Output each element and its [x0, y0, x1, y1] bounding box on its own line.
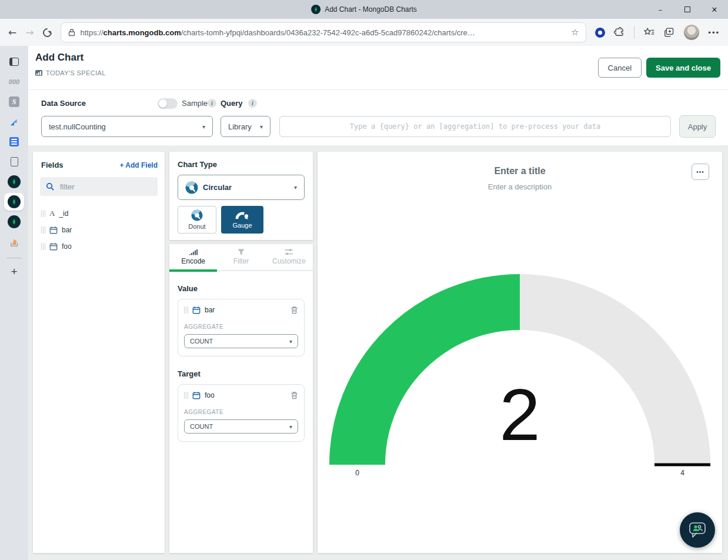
- sample-label: Sample: [182, 99, 208, 108]
- tab-arrows-site[interactable]: [0, 112, 28, 132]
- field-filter-input[interactable]: [59, 182, 152, 192]
- close-button[interactable]: ✕: [701, 0, 728, 19]
- target-aggregate-select[interactable]: COUNT ▾: [184, 419, 298, 434]
- date-type-icon: [49, 242, 58, 251]
- library-value: Library: [228, 122, 252, 131]
- fields-title: Fields: [41, 161, 64, 169]
- chart-description-placeholder[interactable]: Enter a description: [318, 182, 722, 191]
- browser-window: Add Chart - MongoDB Charts – ✕ ← → https…: [0, 0, 728, 560]
- field-row-id[interactable]: A _id: [33, 205, 165, 222]
- cancel-button[interactable]: Cancel: [598, 58, 642, 78]
- tabstrip-divider: [6, 258, 22, 258]
- extension-ring-icon[interactable]: [595, 28, 605, 38]
- drag-handle-icon[interactable]: [41, 226, 45, 234]
- sample-toggle[interactable]: [158, 98, 178, 109]
- browser-menu-button[interactable]: •••: [708, 28, 720, 37]
- drag-handle-icon[interactable]: [41, 210, 45, 217]
- profile-avatar[interactable]: [684, 25, 699, 40]
- encode-card: Encode Filter Customize Value: [169, 244, 313, 553]
- datasource-select[interactable]: test.nullCounting ▾: [41, 116, 213, 137]
- mongodb-favicon-icon: [311, 5, 320, 14]
- extensions-puzzle-icon[interactable]: [614, 27, 625, 38]
- s-favicon-icon: S: [9, 96, 19, 107]
- blue-arrows-icon: [9, 116, 19, 127]
- tab-s-site[interactable]: S: [0, 92, 28, 112]
- maximize-button[interactable]: [674, 0, 701, 19]
- refresh-button[interactable]: [41, 26, 53, 38]
- maximize-icon: [684, 6, 690, 12]
- bar-chart-icon: [189, 249, 198, 255]
- library-select[interactable]: Library ▾: [221, 116, 271, 137]
- forward-button[interactable]: →: [25, 28, 34, 38]
- chevron-down-icon: ▾: [289, 338, 292, 345]
- tab-title-text: Add Chart - MongoDB Charts: [325, 5, 417, 14]
- drag-handle-icon[interactable]: [41, 243, 45, 250]
- collections-icon[interactable]: [664, 27, 675, 38]
- tab-page-site[interactable]: [0, 152, 28, 172]
- tab-mongodb-2[interactable]: [0, 212, 28, 232]
- chart-type-select[interactable]: Circular ▾: [178, 175, 305, 200]
- address-bar[interactable]: https://charts.mongodb.com/charts-tomh-y…: [61, 22, 587, 42]
- tab-mongodb-active[interactable]: [0, 192, 28, 212]
- tab-blue-doc-site[interactable]: [0, 132, 28, 152]
- toggle-knob: [159, 99, 167, 108]
- chart-variant-donut[interactable]: Donut: [178, 206, 216, 234]
- field-row-foo[interactable]: foo: [33, 238, 165, 255]
- mongodb-leaf-icon: [8, 215, 21, 228]
- tab-customize[interactable]: Customize: [265, 244, 313, 270]
- tab-encode[interactable]: Encode: [169, 244, 217, 270]
- chart-title-placeholder[interactable]: Enter a title: [318, 166, 722, 176]
- encoded-field-name: bar: [205, 306, 215, 314]
- chart-menu-button[interactable]: •••: [692, 164, 709, 180]
- add-field-button[interactable]: + Add Field: [119, 161, 158, 169]
- sample-info-icon[interactable]: i: [208, 99, 216, 108]
- drag-handle-icon[interactable]: [184, 306, 188, 314]
- favorites-icon[interactable]: [643, 27, 655, 38]
- encoded-field-name: foo: [205, 391, 215, 399]
- trash-icon[interactable]: [290, 306, 298, 314]
- tab-label: Customize: [272, 257, 306, 265]
- date-type-icon: [192, 306, 201, 314]
- page-icon: [11, 157, 18, 166]
- window-titlebar: Add Chart - MongoDB Charts – ✕: [0, 0, 728, 19]
- dashboard-chart-icon: [35, 70, 42, 76]
- query-input[interactable]: [280, 116, 670, 136]
- back-button[interactable]: ←: [8, 28, 16, 38]
- minimize-button[interactable]: –: [647, 0, 674, 19]
- donut-chart-icon: [191, 209, 203, 221]
- chart-variant-gauge[interactable]: Gauge: [221, 206, 263, 234]
- gauge-chart-icon: [235, 211, 249, 220]
- datasource-bar: Data Source Sample i Query i test.nullCo…: [28, 89, 728, 145]
- toolbar-divider: [634, 26, 635, 38]
- vertical-tabstrip: 000 S +: [0, 46, 28, 560]
- search-icon: [46, 182, 54, 191]
- url-protocol: https://: [81, 28, 103, 37]
- save-and-close-button[interactable]: Save and close: [646, 58, 720, 78]
- sliders-icon: [285, 249, 293, 255]
- gauge-min-label: 0: [355, 469, 359, 476]
- gauge-max-label: 4: [680, 469, 684, 476]
- trash-icon[interactable]: [290, 391, 298, 399]
- drag-handle-icon[interactable]: [184, 392, 188, 399]
- string-type-icon: A: [49, 209, 55, 218]
- add-favorite-icon[interactable]: ☆: [571, 27, 579, 38]
- tab-label: Filter: [233, 257, 249, 265]
- tab-stackoverflow[interactable]: [0, 232, 28, 252]
- tab-actions-button[interactable]: [0, 52, 28, 72]
- tab-mongodb-1[interactable]: [0, 172, 28, 192]
- support-chat-button[interactable]: [680, 512, 715, 548]
- query-info-icon[interactable]: i: [248, 99, 257, 108]
- chevron-down-icon: ▾: [202, 124, 205, 130]
- apply-button[interactable]: Apply: [679, 115, 716, 138]
- chevron-down-icon: ▾: [294, 184, 297, 191]
- datasource-label: Data Source: [41, 99, 86, 108]
- new-tab-button[interactable]: +: [0, 262, 28, 282]
- app-header: Add Chart TODAY'S SPECIAL Cancel Save an…: [28, 46, 728, 89]
- tab-abc[interactable]: 000: [0, 72, 28, 92]
- value-aggregate-select[interactable]: COUNT ▾: [184, 334, 298, 348]
- field-row-bar[interactable]: bar: [33, 222, 165, 238]
- tab-filter[interactable]: Filter: [217, 244, 265, 270]
- dashboard-name: TODAY'S SPECIAL: [46, 69, 106, 76]
- funnel-icon: [238, 249, 245, 255]
- tab-panel-icon: [9, 58, 19, 66]
